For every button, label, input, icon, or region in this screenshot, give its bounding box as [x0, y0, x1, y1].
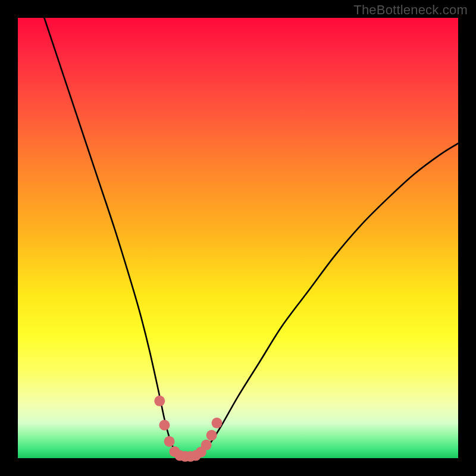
watermark-text: TheBottleneck.com: [353, 2, 468, 18]
chart-svg: [18, 18, 458, 458]
optimal-dot: [164, 436, 175, 447]
optimal-range-dots: [154, 396, 222, 462]
optimal-dot: [211, 418, 222, 428]
bottleneck-curve: [44, 18, 458, 456]
optimal-dot: [159, 420, 170, 431]
chart-area: [18, 18, 458, 458]
optimal-dot: [201, 440, 212, 450]
optimal-dot: [206, 430, 217, 441]
optimal-dot: [154, 396, 165, 406]
